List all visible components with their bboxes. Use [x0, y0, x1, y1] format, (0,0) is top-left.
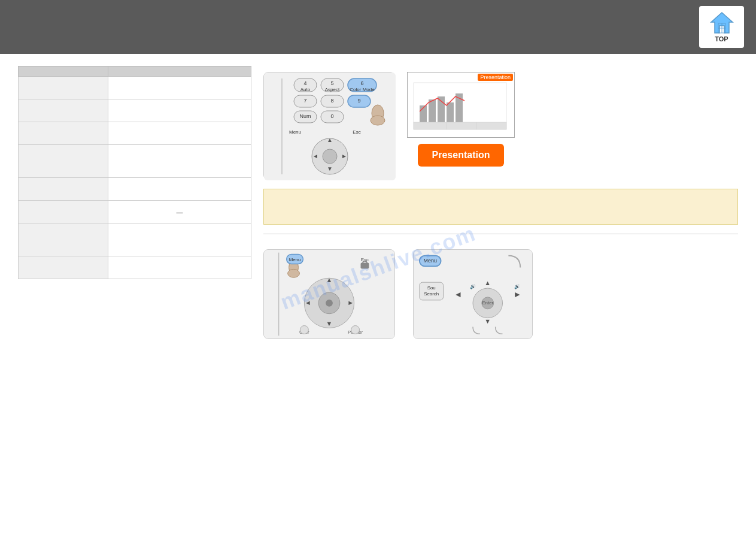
- table-cell-label: [19, 223, 108, 256]
- svg-text:▼: ▼: [326, 320, 333, 327]
- table-cell-value: —: [108, 201, 251, 223]
- svg-text:Sou: Sou: [427, 285, 436, 291]
- svg-point-30: [323, 149, 337, 164]
- table-cell-label: [19, 122, 108, 145]
- svg-text:Auto: Auto: [300, 87, 311, 92]
- table-row: [19, 178, 251, 201]
- left-column: —: [18, 66, 251, 523]
- svg-rect-38: [438, 96, 445, 123]
- svg-rect-39: [447, 102, 454, 123]
- svg-text:▼: ▼: [484, 318, 491, 325]
- svg-text:▼: ▼: [327, 165, 333, 172]
- header: TOP: [0, 0, 756, 54]
- svg-text:🔊: 🔊: [514, 283, 520, 289]
- remote-area: 4 Auto 5 Aspect 6 Color Mode 7: [263, 72, 738, 180]
- presentation-box: Presentation: [407, 72, 515, 167]
- chart-svg: [411, 75, 509, 132]
- table-cell-value: [108, 77, 251, 99]
- svg-point-22: [371, 116, 385, 125]
- svg-text:Menu: Menu: [424, 258, 437, 264]
- table-cell-value: [108, 256, 251, 279]
- presentation-button[interactable]: Presentation: [418, 144, 505, 167]
- svg-rect-37: [429, 99, 436, 123]
- table-cell-value: [108, 122, 251, 145]
- table-row: [19, 145, 251, 178]
- svg-text:►: ►: [347, 299, 354, 306]
- svg-text:◄: ◄: [454, 289, 462, 299]
- data-table: —: [18, 66, 251, 279]
- table-cell-label: [19, 99, 108, 122]
- svg-text:►: ►: [513, 289, 521, 299]
- svg-text:►: ►: [341, 153, 347, 159]
- svg-text:Enter: Enter: [482, 300, 493, 306]
- top-icon[interactable]: TOP: [699, 6, 744, 48]
- table-row: [19, 77, 251, 99]
- svg-point-62: [351, 326, 360, 334]
- remote-bottom-2: Menu Sou Search ◄ 🔊 Enter ►: [413, 249, 533, 339]
- right-column: 4 Auto 5 Aspect 6 Color Mode 7: [263, 66, 738, 523]
- svg-text:Search: Search: [424, 291, 439, 297]
- svg-text:🔊: 🔊: [470, 283, 476, 289]
- table-cell-label: [19, 77, 108, 99]
- home-icon: [710, 11, 734, 34]
- remote-bottom-svg-1: Menu Esc ▲ ▼ ◄ ►: [264, 249, 394, 339]
- svg-point-54: [326, 300, 333, 307]
- main-content: —: [0, 54, 756, 535]
- svg-text:6: 6: [360, 80, 363, 86]
- svg-rect-41: [414, 122, 506, 129]
- table-row: —: [19, 201, 251, 223]
- svg-text:▲: ▲: [326, 276, 333, 283]
- svg-text:Num: Num: [299, 113, 311, 119]
- svg-text:0: 0: [330, 113, 333, 119]
- remote-svg: 4 Auto 5 Aspect 6 Color Mode 7: [264, 72, 396, 180]
- screen-preview: Presentation: [407, 72, 515, 138]
- table-cell-label: [19, 178, 108, 201]
- svg-text:4: 4: [303, 80, 306, 86]
- info-box: [263, 189, 738, 225]
- divider: [263, 234, 738, 234]
- table-cell-label: [19, 201, 108, 223]
- table-cell-value: [108, 99, 251, 122]
- svg-text:7: 7: [303, 98, 306, 104]
- svg-text:▲: ▲: [327, 137, 333, 143]
- table-header-col2: [108, 67, 251, 77]
- svg-text:Menu: Menu: [289, 129, 301, 135]
- table-cell-label: [19, 145, 108, 178]
- svg-text:Color Mode: Color Mode: [350, 87, 375, 92]
- svg-text:◄: ◄: [312, 153, 318, 159]
- svg-point-47: [288, 269, 300, 277]
- svg-text:Menu: Menu: [289, 257, 301, 262]
- table-cell-value: [108, 145, 251, 178]
- table-row: [19, 99, 251, 122]
- remote-bottom-1: Menu Esc ▲ ▼ ◄ ►: [263, 249, 395, 339]
- remote-diagram: 4 Auto 5 Aspect 6 Color Mode 7: [263, 72, 395, 180]
- table-row: [19, 256, 251, 279]
- svg-point-60: [300, 326, 308, 334]
- svg-text:Esc: Esc: [353, 129, 360, 135]
- svg-text:8: 8: [330, 98, 333, 104]
- table-cell-label: [19, 256, 108, 279]
- svg-text:Aspect: Aspect: [325, 87, 340, 92]
- table-header-col1: [19, 67, 108, 77]
- table-cell-value: [108, 178, 251, 201]
- table-row: [19, 122, 251, 145]
- svg-text:◄: ◄: [305, 299, 311, 306]
- bottom-remotes: Menu Esc ▲ ▼ ◄ ►: [263, 249, 738, 339]
- table-row: [19, 223, 251, 256]
- svg-text:Esc: Esc: [361, 258, 369, 263]
- svg-text:5: 5: [330, 80, 333, 86]
- svg-text:▲: ▲: [484, 279, 491, 286]
- svg-text:9: 9: [357, 98, 360, 104]
- top-label: TOP: [715, 35, 728, 43]
- remote-bottom-svg-2: Menu Sou Search ◄ 🔊 Enter ►: [414, 249, 532, 339]
- svg-rect-51: [361, 262, 369, 268]
- screen-label: Presentation: [478, 74, 513, 81]
- table-cell-value: [108, 223, 251, 256]
